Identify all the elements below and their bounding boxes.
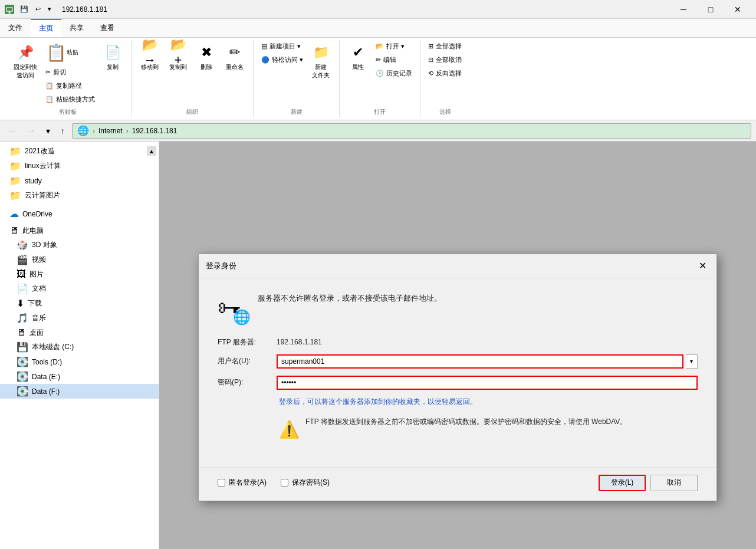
username-dropdown-arrow[interactable]: ▾ — [686, 354, 698, 369]
sidebar-item-study[interactable]: 📁 study — [0, 173, 159, 188]
open-btn[interactable]: 📂 打开 ▾ — [373, 40, 415, 52]
forward-btn[interactable]: → — [24, 124, 39, 138]
login-btn[interactable]: 登录(L) — [599, 475, 646, 491]
sidebar-scroll-up[interactable]: ▲ — [147, 146, 156, 156]
properties-icon: ✔ — [349, 43, 367, 62]
folder-icon-linux: 📁 — [9, 160, 21, 172]
new-item-btn[interactable]: ▤ 新建项目 ▾ — [258, 40, 306, 52]
new-folder-btn[interactable]: 📁 新建文件夹 — [307, 40, 334, 83]
delete-btn[interactable]: ✖ 删除 — [193, 40, 220, 74]
paste-shortcut-btn[interactable]: 📋 粘贴快捷方式 — [42, 93, 98, 106]
sidebar-item-2021[interactable]: 📁 2021改造 — [0, 144, 159, 159]
select-all-btn[interactable]: ⊞ 全部选择 — [425, 40, 465, 52]
edit-btn[interactable]: ✏ 编辑 — [373, 54, 415, 66]
organize-label: 组织 — [186, 107, 198, 117]
sidebar-item-data-e[interactable]: 💽 Data (E:) — [0, 369, 159, 384]
ftp-server-row: FTP 服务器: 192.168.1.181 — [218, 337, 698, 347]
downloads-icon: ⬇ — [17, 298, 24, 309]
close-btn[interactable]: ✕ — [724, 0, 751, 19]
quick-more-btn[interactable]: ▾ — [45, 4, 54, 14]
paste-btn[interactable]: 📋 粘贴 — [42, 40, 98, 65]
anonymous-login-checkbox[interactable]: 匿名登录(A) — [218, 478, 267, 488]
scissors-icon: ✂ — [45, 68, 51, 76]
select-all-icon: ⊞ — [428, 42, 433, 50]
tab-view[interactable]: 查看 — [92, 19, 123, 37]
new-folder-icon: 📁 — [311, 43, 330, 62]
back-btn[interactable]: ← — [5, 124, 20, 138]
invert-selection-btn[interactable]: ⟲ 反向选择 — [425, 67, 465, 80]
modal-title: 登录身份 — [206, 261, 236, 271]
maximize-btn[interactable]: □ — [697, 0, 724, 19]
sidebar-item-this-pc[interactable]: 🖥 此电脑 — [0, 223, 159, 238]
video-icon: 🎬 — [17, 254, 28, 265]
up-btn[interactable]: ↑ — [57, 124, 68, 138]
sidebar-item-local-c[interactable]: 💾 本地磁盘 (C:) — [0, 340, 159, 354]
password-row: 密码(P): — [218, 376, 698, 390]
sidebar-item-music[interactable]: 🎵 音乐 — [0, 311, 159, 326]
anonymous-checkbox-input[interactable] — [218, 479, 225, 486]
ftp-value: 192.168.1.181 — [277, 338, 322, 346]
copy-large-icon: 📄 — [103, 43, 122, 62]
sidebar-item-data-f[interactable]: 💽 Data (F:) — [0, 384, 159, 399]
sidebar-item-3d[interactable]: 🎲 3D 对象 — [0, 238, 159, 252]
username-input[interactable] — [277, 354, 683, 369]
copy-path-btn[interactable]: 📋 复制路径 — [42, 80, 98, 92]
3d-icon: 🎲 — [17, 239, 28, 251]
tab-home[interactable]: 主页 — [31, 19, 61, 37]
cut-btn[interactable]: ✂ 剪切 — [42, 66, 98, 78]
sidebar-item-downloads[interactable]: ⬇ 下载 — [0, 296, 159, 311]
login-modal: 登录身份 ✕ 🗝 🌐 服务器不允许匿名登录，或者不接受该电子邮件地址。 — [198, 254, 717, 501]
file-content: 登录身份 ✕ 🗝 🌐 服务器不允许匿名登录，或者不接受该电子邮件地址。 — [159, 142, 756, 549]
clipboard-btns: 📋 粘贴 ✂ 剪切 📋 复制路径 📋 粘贴快捷方式 — [42, 40, 98, 106]
ribbon-group-new: ▤ 新建项目 ▾ 🔵 轻松访问 ▾ 📁 新建文件夹 新建 — [254, 40, 340, 117]
select-none-btn[interactable]: ⊟ 全部取消 — [425, 54, 465, 66]
main-area: ▲ 📁 2021改造 📁 linux云计算 📁 study 📁 云计算图片 ☁ … — [0, 142, 756, 549]
modal-overlay: 登录身份 ✕ 🗝 🌐 服务器不允许匿名登录，或者不接受该电子邮件地址。 — [159, 142, 756, 549]
copy-btn[interactable]: 📄 复制 — [99, 40, 126, 74]
desktop-icon: 🖥 — [17, 327, 26, 338]
sidebar-item-pictures[interactable]: 🖼 图片 — [0, 267, 159, 281]
cancel-btn[interactable]: 取消 — [650, 475, 698, 491]
new-items-col: ▤ 新建项目 ▾ 🔵 轻松访问 ▾ — [258, 40, 306, 66]
sidebar-item-linux[interactable]: 📁 linux云计算 — [0, 159, 159, 173]
rename-btn[interactable]: ✏ 重命名 — [221, 40, 248, 74]
tab-file[interactable]: 文件 — [0, 19, 31, 37]
documents-icon: 📄 — [17, 283, 28, 294]
sidebar-item-cloud-pics[interactable]: 📁 云计算图片 — [0, 188, 159, 203]
save-password-checkbox[interactable]: 保存密码(S) — [281, 478, 330, 488]
title-bar: 💾 ↩ ▾ 192.168.1.181 ─ □ ✕ — [0, 0, 756, 19]
disk-f-icon: 💽 — [17, 386, 28, 397]
quick-undo-btn[interactable]: ↩ — [33, 4, 43, 14]
app-icon — [5, 5, 14, 14]
username-row: 用户名(U): ▾ — [218, 354, 698, 369]
pin-to-quick-access-btn[interactable]: 📌 固定到快速访问 — [9, 40, 41, 83]
easy-access-icon: 🔵 — [261, 56, 269, 64]
password-input[interactable] — [277, 376, 698, 390]
properties-btn[interactable]: ✔ 属性 — [344, 40, 372, 74]
history-btn[interactable]: 🕒 历史记录 — [373, 67, 415, 80]
ribbon-content: 📌 固定到快速访问 📋 粘贴 ✂ 剪切 📋 复制路径 — [0, 38, 756, 120]
recent-btn[interactable]: ▾ — [42, 124, 54, 138]
address-box[interactable]: 🌐 › Internet › 192.168.1.181 — [72, 123, 751, 139]
quick-save-btn[interactable]: 💾 — [18, 4, 31, 14]
modal-close-btn[interactable]: ✕ — [695, 259, 709, 273]
history-icon: 🕒 — [376, 70, 384, 77]
path-ip: 192.168.1.181 — [132, 127, 178, 135]
sidebar-item-onedrive[interactable]: ☁ OneDrive — [0, 206, 159, 221]
copy-to-btn[interactable]: 📂+ 复制到 — [165, 40, 192, 74]
modal-title-bar: 登录身份 ✕ — [199, 254, 716, 278]
copy-icon: 📋 — [45, 82, 54, 90]
select-label: 选择 — [439, 107, 451, 117]
ftp-label: FTP 服务器: — [218, 337, 277, 347]
minimize-btn[interactable]: ─ — [670, 0, 697, 19]
sidebar-item-documents[interactable]: 📄 文档 — [0, 281, 159, 296]
modal-footer-left: 匿名登录(A) 保存密码(S) — [218, 478, 330, 488]
this-pc-icon: 🖥 — [9, 225, 19, 236]
move-to-btn[interactable]: 📂→ 移动到 — [136, 40, 163, 74]
easy-access-btn[interactable]: 🔵 轻松访问 ▾ — [258, 54, 306, 66]
sidebar-item-video[interactable]: 🎬 视频 — [0, 252, 159, 267]
sidebar-item-tools-d[interactable]: 💽 Tools (D:) — [0, 354, 159, 369]
sidebar-item-desktop[interactable]: 🖥 桌面 — [0, 326, 159, 340]
tab-share[interactable]: 共享 — [61, 19, 92, 37]
save-password-checkbox-input[interactable] — [281, 479, 288, 486]
